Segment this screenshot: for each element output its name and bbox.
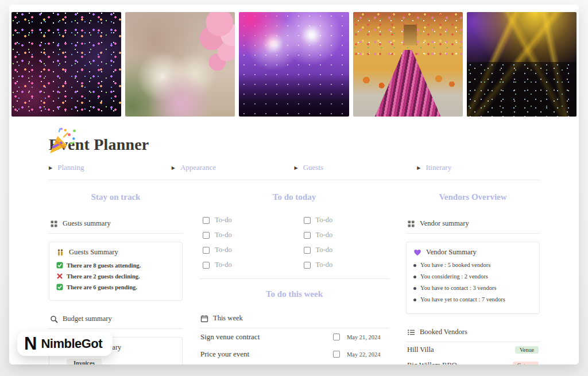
- card-title-row: Guests Summary: [56, 248, 175, 257]
- notion-page: Event Planner ▶ Planning ▶ Appearance ▶ …: [9, 5, 579, 365]
- todo-item[interactable]: To-do: [304, 231, 386, 239]
- cover-gallery: [11, 12, 577, 117]
- task-date: May 21, 2024: [347, 334, 388, 340]
- checkbox[interactable]: [304, 262, 311, 269]
- week-task-row[interactable]: Confirm the location May 20, 2024: [199, 363, 389, 365]
- todo-item[interactable]: To-do: [203, 216, 285, 224]
- toggle-arrow-icon: ▶: [49, 165, 52, 170]
- purple-heart-icon: [413, 249, 421, 257]
- concert-crowd: [467, 62, 577, 117]
- stat-text: You have : 5 booked vendors: [420, 262, 490, 268]
- checkbox[interactable]: [304, 232, 311, 239]
- check-icon: [56, 262, 63, 269]
- stat-text: There are 2 guests declining.: [67, 273, 140, 280]
- guest-stat-line: There are 8 guests attending.: [56, 262, 175, 269]
- toggle-planning[interactable]: ▶ Planning: [49, 163, 172, 172]
- todo-label: To-do: [316, 231, 333, 239]
- booked-vendors-link[interactable]: Booked Vendors: [406, 323, 540, 342]
- checkbox[interactable]: [304, 247, 311, 254]
- search-icon: [50, 315, 58, 323]
- todo-label: To-do: [215, 261, 232, 269]
- vendor-summary-link[interactable]: Vendor summary: [406, 215, 540, 234]
- todo-label: To-do: [316, 261, 333, 269]
- bullet-icon: [413, 287, 416, 290]
- vendor-stat-line: You have : 5 booked vendors: [413, 262, 532, 268]
- checkbox[interactable]: [304, 217, 311, 224]
- vendor-row[interactable]: Big Willem BBQ Caterer: [406, 358, 540, 365]
- people-icon: [56, 249, 64, 257]
- checkbox[interactable]: [203, 232, 210, 239]
- cover-photo-purple-concert: [239, 12, 349, 117]
- toggle-arrow-icon: ▶: [172, 165, 175, 170]
- card-title: Vendor Summary: [426, 248, 477, 257]
- column-heading: Vendors Overview: [406, 192, 540, 202]
- party-popper-icon[interactable]: [46, 126, 77, 157]
- nimblegot-brand-text: NimbleGot: [41, 336, 102, 351]
- bullet-icon: [413, 299, 416, 301]
- guest-stat-line: There are 2 guests declining.: [56, 273, 175, 280]
- calendar-icon: [200, 315, 208, 323]
- toggle-label: Itinerary: [425, 163, 451, 172]
- todo-item[interactable]: To-do: [304, 246, 386, 254]
- todo-label: To-do: [316, 246, 333, 254]
- task-name: Price your event: [200, 350, 333, 359]
- card-title-row: Vendor Summary: [413, 248, 532, 257]
- stat-text: You considering : 2 vendors: [420, 273, 488, 280]
- vendor-tag: Caterer: [513, 362, 539, 365]
- page-title: Event Planner: [49, 135, 540, 154]
- column-heading: To do this week: [199, 289, 389, 299]
- checkbox[interactable]: [333, 351, 340, 358]
- check-icon: [56, 284, 63, 290]
- list-icon: [407, 328, 415, 336]
- grid-icon: [50, 220, 58, 228]
- cover-photo-confetti: [11, 12, 121, 117]
- vendor-summary-card: Vendor Summary You have : 5 booked vendo…: [406, 242, 540, 314]
- this-week-table-title[interactable]: This week: [199, 309, 389, 328]
- grid-icon: [407, 220, 415, 228]
- column-vendors: Vendors Overview Vendor summary: [406, 192, 540, 365]
- toggle-guests[interactable]: ▶ Guests: [295, 163, 417, 172]
- todo-label: To-do: [215, 216, 232, 224]
- toggle-label: Guests: [303, 163, 323, 172]
- link-label: Booked Vendors: [420, 328, 467, 336]
- column-layout: Stay on track Guests summary: [49, 192, 540, 365]
- checkbox[interactable]: [333, 334, 340, 340]
- nimblegot-watermark: N NimbleGot: [17, 331, 113, 356]
- cover-photo-festival: [353, 12, 463, 117]
- link-label: Guests summary: [63, 219, 111, 228]
- stat-text: You have to contact : 3 vendors: [420, 285, 497, 291]
- toggle-appearance[interactable]: ▶ Appearance: [172, 163, 295, 172]
- guests-summary-link[interactable]: Guests summary: [49, 215, 183, 234]
- stat-text: There are 6 guests pending.: [67, 284, 137, 290]
- vendor-row[interactable]: Hill Villa Venue: [406, 342, 540, 358]
- cross-icon: [56, 273, 63, 280]
- column-to-do: To do today To-do To-do To-do To-do To-d…: [199, 192, 389, 365]
- vendor-stat-line: You have to contact : 3 vendors: [413, 285, 532, 291]
- todo-label: To-do: [215, 231, 232, 239]
- invoices-section-label[interactable]: Invoices: [67, 359, 102, 365]
- checkbox[interactable]: [203, 217, 210, 224]
- budget-summary-link[interactable]: Budget summary: [49, 310, 183, 329]
- festival-headpiece: [404, 25, 417, 45]
- table-title: This week: [213, 314, 243, 323]
- week-task-row[interactable]: Sign venue contract May 21, 2024: [199, 328, 389, 346]
- task-name: Sign venue contract: [200, 332, 333, 342]
- vendor-tag: Venue: [515, 346, 539, 354]
- todo-item[interactable]: To-do: [304, 261, 386, 269]
- divider: [199, 278, 389, 279]
- checkbox[interactable]: [203, 247, 210, 254]
- checkbox[interactable]: [203, 262, 210, 269]
- todo-item[interactable]: To-do: [203, 231, 285, 239]
- todo-item[interactable]: To-do: [203, 246, 285, 254]
- column-heading: Stay on track: [49, 192, 183, 202]
- task-date: May 22, 2024: [347, 351, 388, 358]
- week-task-row[interactable]: Price your event May 22, 2024: [199, 346, 389, 363]
- bullet-icon: [413, 276, 416, 278]
- toggle-row: ▶ Planning ▶ Appearance ▶ Guests ▶ Itine…: [49, 163, 540, 172]
- todo-item[interactable]: To-do: [203, 261, 285, 269]
- toggle-itinerary[interactable]: ▶ Itinerary: [417, 163, 540, 172]
- divider: [49, 180, 540, 180]
- vendor-stat-line: You considering : 2 vendors: [413, 273, 532, 280]
- toggle-label: Planning: [57, 163, 84, 172]
- todo-item[interactable]: To-do: [304, 216, 386, 224]
